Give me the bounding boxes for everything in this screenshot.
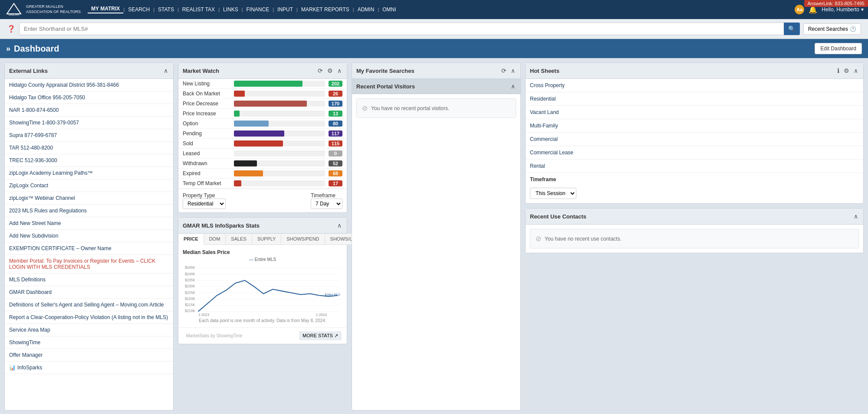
infosparks-collapse-btn[interactable]: ∧ <box>336 221 342 230</box>
list-item-member-portal[interactable]: Member Portal: To Pay Invoices or Regist… <box>5 255 173 274</box>
svg-text:$210K: $210K <box>185 309 195 313</box>
list-item[interactable]: TAR 512-480-8200 <box>5 142 173 154</box>
svg-text:$235K: $235K <box>185 278 195 282</box>
market-watch-row: Sold 115 <box>178 139 347 149</box>
expand-icon[interactable]: » <box>6 44 10 53</box>
nav-user[interactable]: Hello, Humberto ▾ <box>822 7 864 13</box>
list-item[interactable]: Add New Subdivision <box>5 230 173 242</box>
hs-commercial-lease[interactable]: Commercial Lease <box>526 146 863 160</box>
tab-supply[interactable]: SUPPLY <box>252 234 282 244</box>
infosparks-note: Each data point is one month of activity… <box>183 318 342 323</box>
list-item-infosparks[interactable]: 📊 InfoSparks <box>5 362 173 374</box>
hot-sheets-header: Hot Sheets ℹ ⚙ ∧ <box>526 63 863 79</box>
hs-rental[interactable]: Rental <box>526 160 863 173</box>
list-item[interactable]: ShowingTime 1-800-379-0057 <box>5 117 173 129</box>
property-type-select[interactable]: Residential Commercial Land <box>183 199 226 209</box>
market-watch-settings-btn[interactable]: ⚙ <box>326 66 334 75</box>
col4: Hot Sheets ℹ ⚙ ∧ Cross Property Resident… <box>525 62 864 411</box>
tab-dom[interactable]: DOM <box>204 234 226 244</box>
hs-commercial[interactable]: Commercial <box>526 133 863 146</box>
fav-searches-refresh-btn[interactable]: ⟳ <box>500 66 507 75</box>
more-stats-button[interactable]: MORE STATS ↗ <box>299 331 342 340</box>
search-bar-row: ❓ 🔍 Recent Searches 🕐 <box>0 19 868 39</box>
hot-sheets-body: Cross Property Residential Vacant Land M… <box>526 79 863 203</box>
svg-text:GMLAR: GMLAR <box>9 13 20 16</box>
hs-cross-property[interactable]: Cross Property <box>526 79 863 92</box>
list-item[interactable]: Supra 877-699-6787 <box>5 129 173 142</box>
nav-admin[interactable]: ADMIN <box>354 7 378 13</box>
external-links-collapse-btn[interactable]: ∧ <box>163 66 169 75</box>
list-item[interactable]: Hidalgo Tax Office 956-205-7050 <box>5 91 173 104</box>
org-name: GREATER McALLEN ASSOCIATION OF REALTORS <box>26 4 81 14</box>
main-content: External Links ∧ Hidalgo County Appraisa… <box>0 58 868 414</box>
aa-badge[interactable]: Aa <box>795 5 804 14</box>
search-button[interactable]: 🔍 <box>784 23 800 35</box>
list-item[interactable]: NAR 1-800-874-6500 <box>5 104 173 117</box>
svg-text:$225K: $225K <box>185 291 195 295</box>
nav-realist-tax[interactable]: REALIST TAX <box>179 7 218 13</box>
timeframe-select[interactable]: 7 Day 14 Day 30 Day <box>311 199 342 209</box>
nav-search[interactable]: SEARCH <box>125 7 153 13</box>
recent-searches-button[interactable]: Recent Searches 🕐 <box>803 23 861 35</box>
tab-shows-pend[interactable]: SHOWS/PEND <box>281 234 325 244</box>
market-watch-collapse-btn[interactable]: ∧ <box>336 66 342 75</box>
list-item[interactable]: Service Area Map <box>5 324 173 336</box>
help-icon[interactable]: ❓ <box>7 25 16 33</box>
infosparks-header: GMAR MLS InfoSparks Stats ∧ <box>178 218 347 234</box>
list-item[interactable]: MLS Definitions <box>5 274 173 286</box>
nav-links[interactable]: LINKS <box>220 7 242 13</box>
list-item[interactable]: Definitions of Seller's Agent and Sellin… <box>5 299 173 311</box>
recent-use-contacts-panel: Recent Use Contacts ∧ ⊘ You have no rece… <box>525 208 864 253</box>
tab-sales[interactable]: SALES <box>226 234 252 244</box>
contacts-collapse-btn[interactable]: ∧ <box>853 212 859 221</box>
logo-icon: GMLAR <box>4 2 23 17</box>
tab-price[interactable]: PRICE <box>178 234 204 245</box>
edit-dashboard-button[interactable]: Edit Dashboard <box>815 43 862 54</box>
list-item[interactable]: Hidalgo County Appraisal District 956-38… <box>5 79 173 91</box>
list-item[interactable]: zipLogix Academy Learning Paths™ <box>5 167 173 179</box>
top-nav: GMLAR GREATER McALLEN ASSOCIATION OF REA… <box>0 0 868 19</box>
hot-sheets-panel: Hot Sheets ℹ ⚙ ∧ Cross Property Resident… <box>525 62 864 204</box>
list-item[interactable]: ShowingTime <box>5 336 173 349</box>
list-item[interactable]: Add New Street Name <box>5 217 173 230</box>
timeframe-label: Timeframe 7 Day 14 Day 30 Day <box>311 192 342 209</box>
list-item[interactable]: GMAR Dashboard <box>5 286 173 299</box>
hs-multi-family[interactable]: Multi-Family <box>526 119 863 133</box>
portal-visitors-collapse-btn[interactable]: ∧ <box>510 82 516 91</box>
dashboard-header: » Dashboard Edit Dashboard <box>0 39 868 58</box>
external-links-header: External Links ∧ <box>5 63 173 79</box>
list-item[interactable]: Offer Manager <box>5 349 173 362</box>
hs-timeframe-select[interactable]: This Session Today Yesterday Last 7 Days <box>530 188 576 199</box>
hs-residential[interactable]: Residential <box>526 92 863 106</box>
market-watch-row: Back On Market 26 <box>178 89 347 99</box>
list-item[interactable]: ZipLogix Contact <box>5 179 173 192</box>
search-input-wrap: 🔍 <box>19 23 800 35</box>
nav-market-reports[interactable]: MARKET REPORTS <box>298 7 353 13</box>
search-input[interactable] <box>19 23 800 35</box>
nav-input[interactable]: INPUT <box>274 7 296 13</box>
hot-sheets-collapse-btn[interactable]: ∧ <box>853 66 859 75</box>
list-item[interactable]: EXEMPTION CERTIFICATE – Owner Name <box>5 242 173 255</box>
hot-sheets-settings-btn[interactable]: ⚙ <box>843 66 850 75</box>
list-item[interactable]: zipLogix™ Webinar Channel <box>5 192 173 205</box>
svg-text:$220K: $220K <box>185 297 195 301</box>
nav-finance[interactable]: FINANCE <box>243 7 273 13</box>
market-watch-row: Price Decrease 170 <box>178 99 347 109</box>
market-watch-refresh-btn[interactable]: ⟳ <box>317 66 324 75</box>
svg-text:$215K: $215K <box>185 303 195 307</box>
my-favorite-searches-panel: My Favorite Searches ⟳ ∧ Recent Portal V… <box>352 62 521 411</box>
recent-use-contacts-body: ⊘ You have no recent use contacts. <box>526 229 863 248</box>
nav-stats[interactable]: STATS <box>155 7 178 13</box>
hs-timeframe-label: Timeframe <box>526 173 863 186</box>
external-links-panel: External Links ∧ Hidalgo County Appraisa… <box>4 62 174 411</box>
nav-omni[interactable]: OMNI <box>379 7 399 13</box>
list-item[interactable]: TREC 512-936-3000 <box>5 154 173 167</box>
logo: GMLAR GREATER McALLEN ASSOCIATION OF REA… <box>4 2 81 17</box>
fav-searches-collapse-btn[interactable]: ∧ <box>510 66 516 75</box>
nav-my-matrix[interactable]: MY MATRIX <box>88 6 123 13</box>
list-item[interactable]: Report a Clear-Cooperation-Policy Violat… <box>5 311 173 324</box>
hot-sheets-info-btn[interactable]: ℹ <box>836 66 840 75</box>
list-item[interactable]: 2023 MLS Rules and Regulations <box>5 205 173 217</box>
hs-vacant-land[interactable]: Vacant Land <box>526 106 863 119</box>
market-watch-row: Price Increase 13 <box>178 109 347 119</box>
